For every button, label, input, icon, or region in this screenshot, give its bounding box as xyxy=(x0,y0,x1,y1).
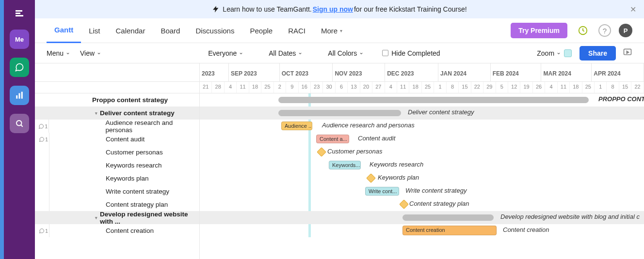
tab-more[interactable]: More xyxy=(313,18,350,43)
zoom-dropdown[interactable]: Zoom xyxy=(537,49,561,57)
day-header: 8 xyxy=(447,82,459,93)
day-header: 4 xyxy=(225,82,237,93)
milestone-diamond[interactable] xyxy=(366,173,376,183)
comment-icon[interactable]: 1 xyxy=(35,133,49,146)
month-header: OCT 2023 xyxy=(280,63,333,81)
dates-filter[interactable]: All Dates xyxy=(269,49,303,57)
svg-rect-1 xyxy=(16,13,20,14)
day-header: 27 xyxy=(372,82,385,93)
day-header: 2 xyxy=(274,82,286,93)
tab-list[interactable]: List xyxy=(81,18,108,43)
svg-rect-4 xyxy=(19,93,20,99)
close-icon[interactable]: ✕ xyxy=(630,5,636,14)
task-row[interactable]: Write content strategy xyxy=(35,185,199,198)
everyone-filter[interactable]: Everyone xyxy=(208,49,243,57)
day-header: 4 xyxy=(545,82,557,93)
color-swatch[interactable] xyxy=(564,49,572,57)
promo-banner: Learn how to use TeamGantt. Sign up now … xyxy=(35,0,644,18)
group-label: Develop redesigned website with blog and… xyxy=(500,213,640,220)
hide-completed-checkbox[interactable]: Hide Completed xyxy=(382,49,440,57)
group-bar[interactable] xyxy=(278,110,401,116)
day-header: 13 xyxy=(348,82,360,93)
milestone-diamond[interactable] xyxy=(317,147,326,157)
clock-icon[interactable] xyxy=(575,23,591,38)
chat-icon[interactable] xyxy=(10,58,29,77)
month-header: FEB 2024 xyxy=(491,63,542,81)
task-bar[interactable]: Audience ... xyxy=(281,122,312,130)
logo-icon[interactable] xyxy=(15,9,24,21)
task-row[interactable]: 1Content audit xyxy=(35,133,199,146)
task-bar[interactable]: Content creation xyxy=(402,226,497,235)
comment-icon[interactable]: 1 xyxy=(35,224,49,237)
avatar[interactable]: P xyxy=(619,24,632,37)
project-bar[interactable] xyxy=(278,97,589,103)
report-icon[interactable] xyxy=(10,86,29,105)
tab-gantt[interactable]: Gantt xyxy=(47,18,81,43)
svg-rect-2 xyxy=(16,15,23,16)
app-sidebar: Me xyxy=(4,0,35,259)
search-icon[interactable] xyxy=(10,114,29,133)
month-header: MAR 2024 xyxy=(541,63,592,81)
me-button[interactable]: Me xyxy=(10,30,29,49)
task-label: Content strategy plan xyxy=(409,200,469,207)
day-header: 9 xyxy=(286,82,298,93)
svg-line-7 xyxy=(21,125,23,127)
day-header: 18 xyxy=(570,82,582,93)
present-icon[interactable] xyxy=(623,47,632,59)
group-label: Deliver content strategy xyxy=(408,108,474,116)
day-header: 15 xyxy=(459,82,471,93)
task-row[interactable]: Keywords plan xyxy=(35,172,199,185)
task-label: Keywords plan xyxy=(378,174,419,181)
tab-calendar[interactable]: Calendar xyxy=(108,18,153,43)
task-row[interactable]: 1Audience research and personas xyxy=(35,120,199,133)
lightning-icon xyxy=(212,5,220,13)
day-header: 4 xyxy=(385,82,397,93)
task-label: Content creation xyxy=(503,226,549,233)
task-tree: Proppo content strategyDeliver content s… xyxy=(35,63,200,259)
group-row[interactable]: Develop redesigned website with ... xyxy=(35,211,199,224)
group-row[interactable]: Deliver content strategy xyxy=(35,107,199,120)
task-label: Customer personas xyxy=(327,148,382,155)
share-button[interactable]: Share xyxy=(580,46,616,61)
tab-discussions[interactable]: Discussions xyxy=(188,18,242,43)
try-premium-button[interactable]: Try Premium xyxy=(511,23,567,38)
task-label: Write content strategy xyxy=(405,187,467,194)
tab-raci[interactable]: RACI xyxy=(280,18,313,43)
day-header: 11 xyxy=(237,82,249,93)
day-header: 22 xyxy=(471,82,483,93)
day-header: 19 xyxy=(520,82,532,93)
svg-point-6 xyxy=(16,121,22,126)
task-bar[interactable]: Keywords... xyxy=(329,161,361,169)
day-header: 12 xyxy=(508,82,520,93)
colors-filter[interactable]: All Colors xyxy=(328,49,364,57)
month-header: APR 2024 xyxy=(592,63,644,81)
task-bar[interactable]: Write cont... xyxy=(365,187,399,196)
menu-dropdown[interactable]: Menu xyxy=(47,49,70,57)
tab-people[interactable]: People xyxy=(242,18,280,43)
task-row[interactable]: 1Content creation xyxy=(35,224,199,237)
tab-board[interactable]: Board xyxy=(153,18,188,43)
task-row[interactable]: Keywords research xyxy=(35,159,199,172)
signup-link[interactable]: Sign up now xyxy=(313,5,353,13)
svg-rect-0 xyxy=(16,10,22,12)
month-header: JAN 2024 xyxy=(438,63,491,81)
milestone-diamond[interactable] xyxy=(399,199,409,209)
comment-icon[interactable]: 1 xyxy=(35,120,49,133)
day-header: 26 xyxy=(533,82,545,93)
help-icon[interactable]: ? xyxy=(598,24,611,37)
svg-rect-5 xyxy=(21,92,23,99)
view-dropdown[interactable]: View xyxy=(80,49,101,57)
task-label: Content audit xyxy=(358,135,395,142)
day-header: 21 xyxy=(200,82,212,93)
day-header: 6 xyxy=(336,82,348,93)
day-header: 15 xyxy=(619,82,631,93)
task-bar[interactable]: Content a... xyxy=(316,135,349,143)
month-header: DEC 2023 xyxy=(385,63,438,81)
task-row[interactable]: Content strategy plan xyxy=(35,198,199,211)
project-label: PROPPO CONT xyxy=(598,95,644,103)
toolbar: Menu View Everyone All Dates All Colors … xyxy=(35,43,644,63)
day-header: 30 xyxy=(323,82,335,93)
project-title[interactable]: Proppo content strategy xyxy=(35,93,199,107)
task-row[interactable]: Customer personas xyxy=(35,146,199,159)
group-bar[interactable] xyxy=(402,214,494,221)
